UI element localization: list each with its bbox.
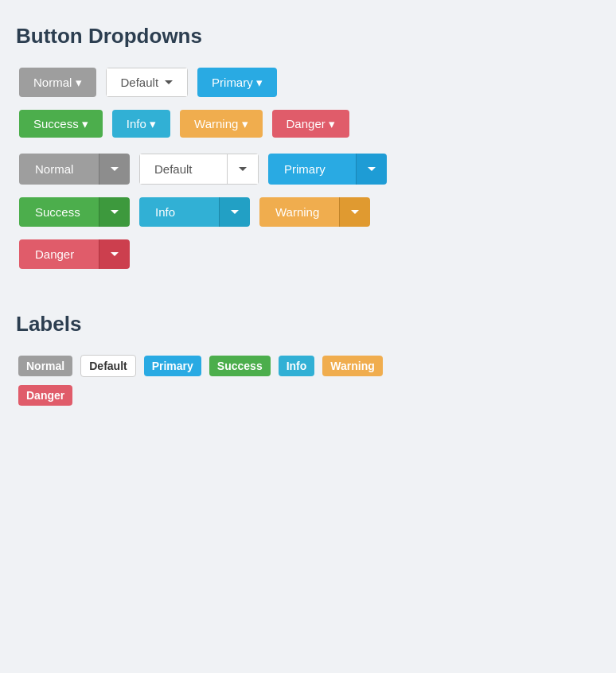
btn-danger-main[interactable]: Danger ▾ [272, 110, 349, 138]
btn-group-primary: Primary ▾ [197, 68, 277, 97]
labels-title: Labels [16, 312, 600, 336]
split-success-main[interactable]: Success [19, 197, 99, 227]
btn-group-danger: Danger ▾ [272, 110, 349, 138]
btn-success-main[interactable]: Success ▾ [19, 110, 103, 138]
button-dropdowns-section: Button Dropdowns Normal ▾ Default Primar… [16, 24, 600, 272]
split-danger-caret[interactable] [99, 239, 130, 269]
btn-group-normal: Normal ▾ [19, 68, 96, 97]
label-danger: Danger [18, 385, 72, 406]
split-group-primary: Primary [268, 154, 387, 185]
split-warning-caret-icon [351, 210, 359, 214]
btn-default-main[interactable]: Default [106, 68, 189, 97]
split-group-danger: Danger [19, 239, 130, 269]
split-info-caret-icon [231, 210, 239, 214]
split-primary-caret-icon [368, 167, 376, 171]
split-default-main[interactable]: Default [139, 154, 227, 185]
label-default: Default [80, 355, 135, 377]
btn-group-success: Success ▾ [19, 110, 103, 138]
btn-group-warning: Warning ▾ [180, 110, 262, 138]
split-primary-main[interactable]: Primary [268, 154, 356, 185]
split-group-warning: Warning [259, 197, 370, 227]
split-normal-main[interactable]: Normal [19, 154, 99, 185]
split-group-default: Default [139, 154, 259, 185]
split-info-main[interactable]: Info [139, 197, 219, 227]
split-default-caret-icon [239, 167, 247, 171]
btn-info-main[interactable]: Info ▾ [112, 110, 170, 138]
default-caret-icon [165, 80, 173, 84]
split-success-caret[interactable] [99, 197, 130, 227]
btn-primary-main[interactable]: Primary ▾ [197, 68, 277, 97]
split-group-normal: Normal [19, 154, 130, 185]
label-success: Success [209, 356, 271, 376]
split-success-caret-icon [111, 210, 119, 214]
label-info: Info [279, 356, 315, 376]
split-normal-caret[interactable] [99, 154, 130, 185]
btn-warning-main[interactable]: Warning ▾ [180, 110, 262, 138]
label-warning: Warning [322, 356, 382, 376]
split-info-caret[interactable] [219, 197, 250, 227]
btn-normal-main[interactable]: Normal ▾ [19, 68, 96, 97]
split-btn-row3: Danger [16, 236, 600, 272]
split-normal-caret-icon [111, 167, 119, 171]
labels-section: Labels Normal Default Primary Success In… [16, 312, 600, 408]
split-btn-row1: Normal Default Primary [16, 150, 600, 188]
split-warning-caret[interactable] [339, 197, 370, 227]
split-default-caret[interactable] [227, 154, 259, 185]
btn-group-info: Info ▾ [112, 110, 170, 138]
labels-row: Normal Default Primary Success Info Warn… [16, 352, 600, 379]
btn-dropdown-row1: Normal ▾ Default Primary ▾ [16, 64, 600, 100]
split-group-info: Info [139, 197, 250, 227]
label-normal: Normal [18, 356, 72, 376]
split-danger-caret-icon [111, 252, 119, 256]
btn-group-default: Default [106, 68, 189, 97]
split-primary-caret[interactable] [356, 154, 387, 185]
button-dropdowns-title: Button Dropdowns [16, 24, 600, 49]
split-danger-main[interactable]: Danger [19, 239, 99, 269]
split-group-success: Success [19, 197, 130, 227]
split-warning-main[interactable]: Warning [259, 197, 339, 227]
split-btn-row2: Success Info Warning [16, 194, 600, 230]
btn-dropdown-row2: Success ▾ Info ▾ Warning ▾ Danger ▾ [16, 107, 600, 141]
labels-row2: Danger [16, 383, 600, 408]
label-primary: Primary [144, 356, 201, 376]
